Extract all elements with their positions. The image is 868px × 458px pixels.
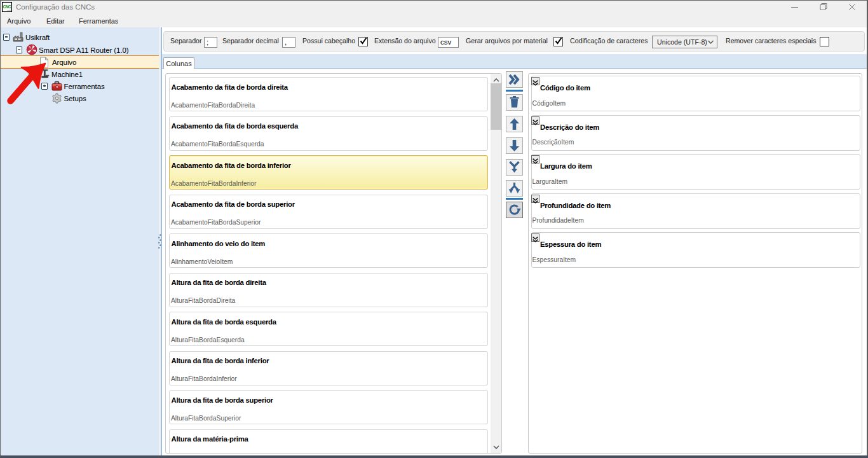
svg-text:usk: usk bbox=[7, 9, 11, 12]
